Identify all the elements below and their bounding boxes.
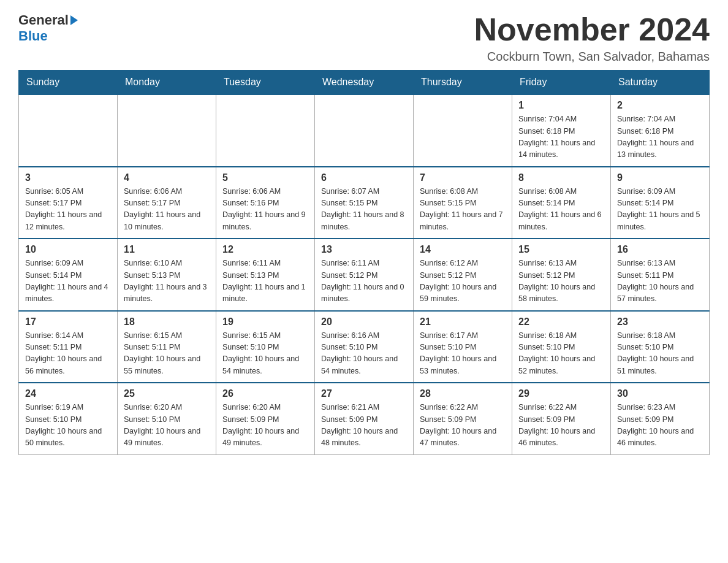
day-info: Sunrise: 6:07 AM Sunset: 5:15 PM Dayligh… — [321, 186, 407, 234]
calendar-cell: 11Sunrise: 6:10 AM Sunset: 5:13 PM Dayli… — [118, 239, 216, 311]
location-subtitle: Cockburn Town, San Salvador, Bahamas — [474, 50, 710, 64]
day-number: 28 — [420, 388, 506, 399]
day-info: Sunrise: 6:22 AM Sunset: 5:09 PM Dayligh… — [420, 402, 506, 450]
day-info: Sunrise: 6:21 AM Sunset: 5:09 PM Dayligh… — [321, 402, 407, 450]
day-info: Sunrise: 6:14 AM Sunset: 5:11 PM Dayligh… — [25, 330, 111, 378]
calendar-cell: 24Sunrise: 6:19 AM Sunset: 5:10 PM Dayli… — [19, 383, 118, 454]
calendar-cell: 25Sunrise: 6:20 AM Sunset: 5:10 PM Dayli… — [118, 383, 216, 454]
day-number: 29 — [518, 388, 604, 399]
calendar-cell — [216, 94, 315, 167]
day-info: Sunrise: 6:11 AM Sunset: 5:13 PM Dayligh… — [222, 258, 308, 305]
calendar-cell: 19Sunrise: 6:15 AM Sunset: 5:10 PM Dayli… — [216, 311, 315, 383]
day-number: 3 — [25, 172, 111, 183]
day-info: Sunrise: 6:08 AM Sunset: 5:14 PM Dayligh… — [518, 186, 604, 234]
month-title: November 2024 — [474, 12, 710, 47]
day-number: 1 — [518, 100, 604, 111]
day-number: 22 — [518, 316, 604, 327]
calendar-cell: 3Sunrise: 6:05 AM Sunset: 5:17 PM Daylig… — [19, 167, 118, 239]
week-row-4: 24Sunrise: 6:19 AM Sunset: 5:10 PM Dayli… — [19, 383, 710, 454]
day-number: 6 — [321, 172, 407, 183]
day-number: 7 — [420, 172, 506, 183]
day-number: 15 — [518, 244, 604, 255]
day-info: Sunrise: 6:22 AM Sunset: 5:09 PM Dayligh… — [518, 402, 604, 450]
day-number: 2 — [617, 100, 703, 111]
calendar-cell: 12Sunrise: 6:11 AM Sunset: 5:13 PM Dayli… — [216, 239, 315, 311]
day-number: 30 — [617, 388, 703, 399]
calendar-cell: 17Sunrise: 6:14 AM Sunset: 5:11 PM Dayli… — [19, 311, 118, 383]
calendar-cell: 10Sunrise: 6:09 AM Sunset: 5:14 PM Dayli… — [19, 239, 118, 311]
day-number: 13 — [321, 244, 407, 255]
day-info: Sunrise: 6:11 AM Sunset: 5:12 PM Dayligh… — [321, 258, 407, 305]
day-number: 16 — [617, 244, 703, 255]
calendar-cell: 4Sunrise: 6:06 AM Sunset: 5:17 PM Daylig… — [118, 167, 216, 239]
logo-blue-text: Blue — [18, 28, 48, 44]
day-info: Sunrise: 6:06 AM Sunset: 5:17 PM Dayligh… — [124, 186, 210, 234]
day-number: 17 — [25, 316, 111, 327]
day-info: Sunrise: 6:18 AM Sunset: 5:10 PM Dayligh… — [617, 330, 703, 378]
day-number: 14 — [420, 244, 506, 255]
day-info: Sunrise: 6:09 AM Sunset: 5:14 PM Dayligh… — [617, 186, 703, 234]
column-header-friday: Friday — [512, 71, 611, 95]
page-header: General Blue November 2024 Cockburn Town… — [18, 12, 710, 64]
column-header-sunday: Sunday — [19, 71, 118, 95]
day-info: Sunrise: 6:09 AM Sunset: 5:14 PM Dayligh… — [25, 258, 111, 305]
calendar-cell: 14Sunrise: 6:12 AM Sunset: 5:12 PM Dayli… — [414, 239, 512, 311]
day-number: 21 — [420, 316, 506, 327]
day-number: 26 — [222, 388, 308, 399]
day-info: Sunrise: 6:10 AM Sunset: 5:13 PM Dayligh… — [124, 258, 210, 305]
day-info: Sunrise: 6:19 AM Sunset: 5:10 PM Dayligh… — [25, 402, 111, 450]
calendar-cell: 29Sunrise: 6:22 AM Sunset: 5:09 PM Dayli… — [512, 383, 611, 454]
week-row-3: 17Sunrise: 6:14 AM Sunset: 5:11 PM Dayli… — [19, 311, 710, 383]
day-number: 19 — [222, 316, 308, 327]
day-number: 5 — [222, 172, 308, 183]
day-info: Sunrise: 6:15 AM Sunset: 5:10 PM Dayligh… — [222, 330, 308, 378]
calendar-cell: 13Sunrise: 6:11 AM Sunset: 5:12 PM Dayli… — [315, 239, 414, 311]
day-number: 12 — [222, 244, 308, 255]
calendar-cell: 26Sunrise: 6:20 AM Sunset: 5:09 PM Dayli… — [216, 383, 315, 454]
calendar-cell: 1Sunrise: 7:04 AM Sunset: 6:18 PM Daylig… — [512, 94, 611, 167]
calendar-cell: 27Sunrise: 6:21 AM Sunset: 5:09 PM Dayli… — [315, 383, 414, 454]
calendar-cell: 16Sunrise: 6:13 AM Sunset: 5:11 PM Dayli… — [611, 239, 710, 311]
day-number: 23 — [617, 316, 703, 327]
column-header-tuesday: Tuesday — [216, 71, 315, 95]
calendar-cell: 9Sunrise: 6:09 AM Sunset: 5:14 PM Daylig… — [611, 167, 710, 239]
day-info: Sunrise: 6:17 AM Sunset: 5:10 PM Dayligh… — [420, 330, 506, 378]
day-info: Sunrise: 6:16 AM Sunset: 5:10 PM Dayligh… — [321, 330, 407, 378]
calendar-cell: 30Sunrise: 6:23 AM Sunset: 5:09 PM Dayli… — [611, 383, 710, 454]
week-row-0: 1Sunrise: 7:04 AM Sunset: 6:18 PM Daylig… — [19, 94, 710, 167]
day-info: Sunrise: 6:13 AM Sunset: 5:12 PM Dayligh… — [518, 258, 604, 305]
calendar-header-row: SundayMondayTuesdayWednesdayThursdayFrid… — [19, 71, 710, 95]
logo-general-text: General — [18, 12, 78, 28]
day-number: 18 — [124, 316, 210, 327]
day-info: Sunrise: 6:06 AM Sunset: 5:16 PM Dayligh… — [222, 186, 308, 234]
calendar-cell: 15Sunrise: 6:13 AM Sunset: 5:12 PM Dayli… — [512, 239, 611, 311]
column-header-saturday: Saturday — [611, 71, 710, 95]
calendar-cell: 7Sunrise: 6:08 AM Sunset: 5:15 PM Daylig… — [414, 167, 512, 239]
day-info: Sunrise: 7:04 AM Sunset: 6:18 PM Dayligh… — [518, 113, 604, 161]
calendar-cell: 21Sunrise: 6:17 AM Sunset: 5:10 PM Dayli… — [414, 311, 512, 383]
column-header-thursday: Thursday — [414, 71, 512, 95]
day-number: 11 — [124, 244, 210, 255]
calendar-cell — [414, 94, 512, 167]
day-info: Sunrise: 6:23 AM Sunset: 5:09 PM Dayligh… — [617, 402, 703, 450]
day-number: 9 — [617, 172, 703, 183]
day-info: Sunrise: 6:08 AM Sunset: 5:15 PM Dayligh… — [420, 186, 506, 234]
title-section: November 2024 Cockburn Town, San Salvado… — [474, 12, 710, 64]
column-header-monday: Monday — [118, 71, 216, 95]
day-info: Sunrise: 6:20 AM Sunset: 5:10 PM Dayligh… — [124, 402, 210, 450]
logo-arrow-icon — [70, 15, 78, 25]
calendar-cell — [315, 94, 414, 167]
day-number: 25 — [124, 388, 210, 399]
column-header-wednesday: Wednesday — [315, 71, 414, 95]
day-number: 8 — [518, 172, 604, 183]
day-info: Sunrise: 6:15 AM Sunset: 5:11 PM Dayligh… — [124, 330, 210, 378]
calendar-cell: 2Sunrise: 7:04 AM Sunset: 6:18 PM Daylig… — [611, 94, 710, 167]
week-row-1: 3Sunrise: 6:05 AM Sunset: 5:17 PM Daylig… — [19, 167, 710, 239]
week-row-2: 10Sunrise: 6:09 AM Sunset: 5:14 PM Dayli… — [19, 239, 710, 311]
calendar-cell — [118, 94, 216, 167]
day-number: 24 — [25, 388, 111, 399]
calendar-cell: 8Sunrise: 6:08 AM Sunset: 5:14 PM Daylig… — [512, 167, 611, 239]
day-info: Sunrise: 6:20 AM Sunset: 5:09 PM Dayligh… — [222, 402, 308, 450]
day-number: 10 — [25, 244, 111, 255]
calendar-cell: 6Sunrise: 6:07 AM Sunset: 5:15 PM Daylig… — [315, 167, 414, 239]
